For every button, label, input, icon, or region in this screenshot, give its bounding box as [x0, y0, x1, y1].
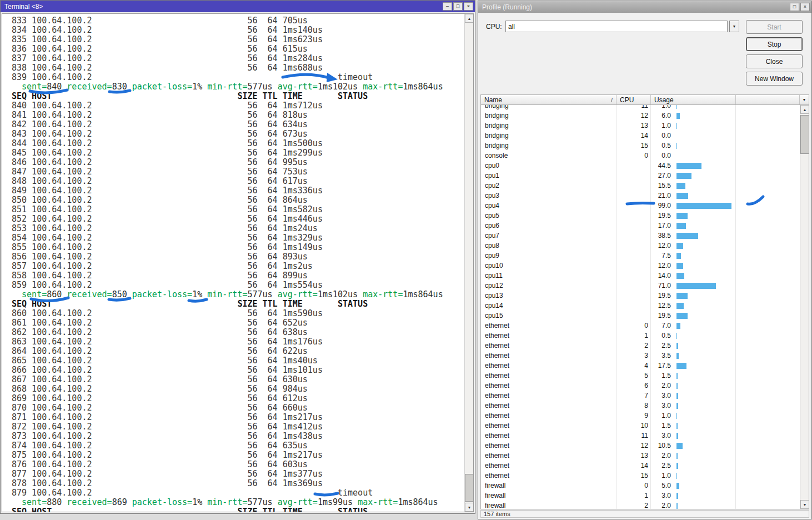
- column-header-usage[interactable]: Usage: [651, 95, 736, 104]
- profile-table-row[interactable]: cpu1114.0: [481, 271, 800, 281]
- profile-table-row[interactable]: cpu1319.5: [481, 291, 800, 301]
- profile-table-row[interactable]: cpu499.0: [481, 201, 800, 211]
- ping-row: 864 100.64.100.2 56 64 622us: [12, 347, 464, 356]
- process-name: cpu8: [481, 241, 616, 251]
- profile-table-row[interactable]: cpu1271.0: [481, 281, 800, 291]
- usage-value: 1.0: [651, 472, 671, 479]
- stop-button[interactable]: Stop: [746, 37, 803, 51]
- scroll-up-icon[interactable]: ▲: [800, 105, 809, 114]
- terminal-output[interactable]: 833 100.64.100.2 56 64 705us834 100.64.1…: [2, 14, 464, 512]
- profile-table-row[interactable]: ethernet22.5: [481, 341, 800, 351]
- summary-value: 577us: [247, 497, 272, 507]
- profile-table-row[interactable]: cpu1519.5: [481, 311, 800, 321]
- ping-row: 834 100.64.100.2 56 64 1ms140us: [12, 26, 464, 35]
- maximize-icon[interactable]: □: [453, 2, 463, 11]
- row-filler: [736, 321, 800, 331]
- row-filler: [736, 241, 800, 251]
- summary-value: 577us: [247, 82, 272, 92]
- column-header-cpu[interactable]: CPU: [616, 95, 651, 104]
- profile-table-row[interactable]: bridging126.0: [481, 111, 800, 121]
- usage-bar: [676, 343, 678, 349]
- column-header-name[interactable]: Name /: [481, 95, 616, 104]
- start-button[interactable]: Start: [746, 20, 803, 34]
- ping-row: 839 100.64.100.2 timeout: [12, 73, 464, 82]
- profile-table-row[interactable]: firewall05.0: [481, 481, 800, 491]
- close-icon[interactable]: ×: [800, 3, 810, 11]
- ping-row: 876 100.64.100.2 56 64 603us: [12, 460, 464, 469]
- process-name: cpu1: [481, 171, 616, 181]
- profile-table-row[interactable]: ethernet91.0: [481, 411, 800, 421]
- ping-row: 849 100.64.100.2 56 64 1ms336us: [12, 186, 464, 196]
- profile-table-row[interactable]: cpu812.0: [481, 241, 800, 251]
- profile-table-row[interactable]: cpu1412.5: [481, 301, 800, 311]
- profile-table-row[interactable]: ethernet10.5: [481, 331, 800, 341]
- profile-table-row[interactable]: bridging111.0: [481, 105, 800, 111]
- profile-table-row[interactable]: cpu215.5: [481, 181, 800, 191]
- ping-row: 877 100.64.100.2 56 64 1ms377us: [12, 469, 464, 479]
- process-name: cpu10: [481, 261, 616, 271]
- profile-table-row[interactable]: bridging140.0: [481, 131, 800, 141]
- process-name: firewall: [481, 501, 616, 509]
- profile-scroll-thumb[interactable]: [800, 115, 809, 154]
- profile-table-row[interactable]: cpu321.0: [481, 191, 800, 201]
- profile-scrollbar[interactable]: ▲ ▼: [800, 105, 809, 509]
- close-icon[interactable]: ×: [464, 2, 473, 11]
- process-name: cpu4: [481, 201, 616, 211]
- scroll-down-icon[interactable]: ▼: [465, 503, 474, 512]
- ping-row: 879 100.64.100.2 timeout: [12, 488, 464, 498]
- profile-table-row[interactable]: cpu519.5: [481, 211, 800, 221]
- profile-table-row[interactable]: ethernet83.0: [481, 401, 800, 411]
- profile-titlebar[interactable]: Profile (Running) □ ×: [478, 1, 811, 13]
- profile-table-row[interactable]: ethernet101.5: [481, 421, 800, 431]
- profile-table-row[interactable]: console00.0: [481, 151, 800, 161]
- summary-value: 1%: [192, 497, 202, 507]
- profile-table-row[interactable]: cpu127.0: [481, 171, 800, 181]
- process-usage: 3.0: [651, 391, 736, 401]
- profile-table-row[interactable]: bridging131.0: [481, 121, 800, 131]
- terminal-scrollbar[interactable]: ▲ ▼: [464, 14, 473, 512]
- column-menu-icon[interactable]: ▼: [799, 95, 809, 104]
- profile-table-row[interactable]: cpu044.5: [481, 161, 800, 171]
- cpu-field-label: CPU:: [486, 23, 502, 31]
- profile-table-row[interactable]: ethernet33.5: [481, 351, 800, 361]
- profile-table-row[interactable]: ethernet62.0: [481, 381, 800, 391]
- close-button[interactable]: Close: [746, 54, 803, 68]
- terminal-titlebar[interactable]: Terminal <8> – □ ×: [1, 1, 475, 12]
- usage-value: 2.0: [651, 382, 671, 389]
- profile-table-row[interactable]: ethernet142.5: [481, 461, 800, 471]
- ping-row: 862 100.64.100.2 56 64 638us: [12, 328, 464, 337]
- maximize-icon[interactable]: □: [790, 3, 799, 11]
- profile-table-row[interactable]: ethernet132.0: [481, 451, 800, 461]
- terminal-scroll-thumb[interactable]: [465, 474, 474, 502]
- ping-row: 867 100.64.100.2 56 64 630us: [12, 375, 464, 384]
- profile-table-row[interactable]: bridging150.5: [481, 141, 800, 151]
- profile-table-row[interactable]: firewall13.0: [481, 491, 800, 501]
- profile-table-row[interactable]: cpu617.0: [481, 221, 800, 231]
- profile-table-row[interactable]: ethernet73.0: [481, 391, 800, 401]
- process-name: cpu0: [481, 161, 616, 171]
- profile-table-row[interactable]: ethernet113.0: [481, 431, 800, 441]
- usage-bar: [676, 363, 686, 369]
- cpu-dropdown-icon[interactable]: ▼: [729, 21, 739, 32]
- process-cpu: 1: [616, 491, 651, 501]
- profile-table-row[interactable]: ethernet1210.5: [481, 441, 800, 451]
- profile-table-row[interactable]: cpu97.5: [481, 251, 800, 261]
- summary-key: packet-loss=: [132, 497, 192, 507]
- profile-table-rows: bridging111.0bridging126.0bridging131.0b…: [481, 105, 800, 509]
- profile-table-row[interactable]: ethernet07.0: [481, 321, 800, 331]
- profile-table-row[interactable]: ethernet417.5: [481, 361, 800, 371]
- profile-table-row[interactable]: ethernet51.5: [481, 371, 800, 381]
- profile-table-row[interactable]: firewall22.0: [481, 501, 800, 509]
- profile-table-row[interactable]: ethernet151.0: [481, 471, 800, 481]
- profile-table-row[interactable]: cpu1012.0: [481, 261, 800, 271]
- scroll-down-icon[interactable]: ▼: [800, 500, 809, 509]
- scroll-up-icon[interactable]: ▲: [465, 14, 474, 23]
- profile-table-row[interactable]: cpu738.5: [481, 231, 800, 241]
- terminal-body: 833 100.64.100.2 56 64 705us834 100.64.1…: [2, 13, 474, 512]
- minimize-icon[interactable]: –: [443, 2, 452, 11]
- cpu-select-input[interactable]: [505, 21, 728, 32]
- row-filler: [736, 111, 800, 121]
- process-name: ethernet: [481, 391, 616, 401]
- new-window-button[interactable]: New Window: [746, 72, 803, 86]
- usage-value: 0.0: [651, 132, 671, 139]
